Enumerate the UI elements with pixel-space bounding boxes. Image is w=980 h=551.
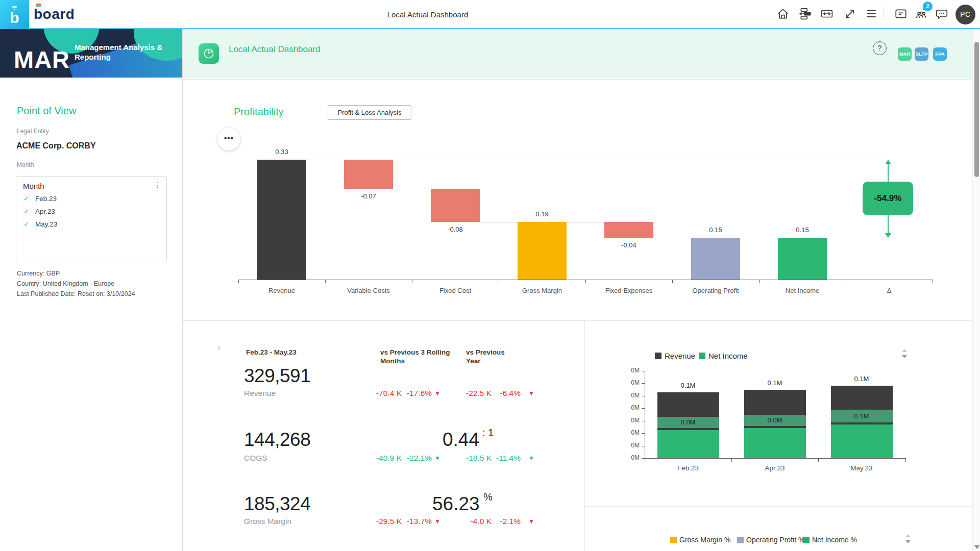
chat-icon[interactable] (935, 7, 949, 21)
module-name: Management Analysis &Reporting (75, 42, 162, 62)
kpi-value: 329,591 (244, 365, 310, 387)
month-item-label: Feb.23 (35, 195, 57, 203)
screen-title: Local Actual Dashboard (229, 44, 321, 55)
fit-width-icon[interactable] (820, 7, 835, 21)
waterfall-axis-tick (412, 280, 412, 283)
waterfall-axis-tick (325, 280, 326, 283)
y-axis-tick-label: 0M (624, 454, 640, 461)
main-content: Profitability Profit & Loss Analysis •••… (183, 78, 972, 551)
waterfall-bar-gross-margin (518, 222, 567, 280)
waterfall-category-label: Fixed Cost (439, 287, 471, 294)
waterfall-axis-tick (238, 280, 239, 283)
capsule-badge-sltp[interactable]: SLTP (915, 47, 928, 61)
month-item[interactable]: ✓Apr.23 (23, 208, 55, 219)
waterfall-category-label: Variable Costs (347, 287, 390, 294)
trend-down-icon: ▼ (434, 518, 440, 525)
waterfall-axis-tick (933, 280, 933, 283)
bar-revenue-label: 0.1M (768, 379, 782, 387)
reference-line-top (306, 160, 886, 160)
delta-value-box: -54.9% (863, 182, 913, 215)
month-selector-menu-icon[interactable]: ⋮ (154, 181, 161, 190)
dashboard-icon (199, 43, 219, 64)
waterfall-axis-tick (672, 280, 673, 283)
waterfall-axis-tick (759, 280, 760, 283)
app-root: b board Local Actual Dashboard 2 (0, 0, 980, 551)
scrollbar[interactable] (972, 29, 980, 551)
spinner-down-icon[interactable] (905, 540, 911, 543)
y-axis-tick-label: 0M (624, 429, 640, 436)
right-panel-divider (584, 506, 972, 507)
trend-down-icon: ▼ (528, 518, 534, 525)
legal-entity-label: Legal Entity (17, 128, 49, 135)
waterfall-connector (306, 160, 344, 160)
chart-legend-swatch (699, 353, 705, 359)
waterfall-value-label: -0.08 (448, 226, 463, 233)
waterfall-value-label: 0.33 (275, 148, 288, 156)
waterfall-value-label: 0.15 (709, 226, 722, 234)
bar-category-label: May.23 (850, 464, 872, 472)
spinner-down-icon[interactable] (902, 355, 907, 358)
logo-letter: b (0, 0, 29, 36)
home-icon[interactable] (776, 7, 791, 21)
more-options-button[interactable]: ••• (217, 128, 240, 151)
bottom-legend-label[interactable]: Net Income % (812, 536, 857, 544)
annotation-icon[interactable] (894, 7, 909, 21)
kpi-label: Gross Margin (244, 517, 291, 526)
capsules-flow-icon[interactable] (799, 7, 813, 21)
bar-revenue (657, 392, 719, 417)
x-axis-tick (905, 458, 906, 462)
capsule-badge-mar[interactable]: MAR (898, 47, 912, 61)
scrollbar-down-arrow[interactable] (974, 545, 979, 549)
bottom-legend-swatch (670, 537, 677, 543)
bar-revenue-label: 0.1M (681, 382, 696, 389)
waterfall-connector (567, 222, 604, 222)
menu-icon[interactable] (865, 7, 879, 21)
bottom-legend-label[interactable]: Operating Profit % (746, 536, 804, 544)
kpi-ratio: 0.44 (443, 429, 479, 450)
collapse-chevron-icon[interactable]: › (217, 343, 220, 352)
kpi-c2-abs: -18.5 K (451, 454, 492, 463)
kpi-label: Revenue (244, 389, 276, 398)
help-icon[interactable]: ? (873, 41, 887, 55)
spinner-up-icon[interactable] (905, 534, 911, 537)
chart-legend-label[interactable]: Net Income (708, 352, 748, 360)
board-logo-tile[interactable]: b (0, 0, 29, 29)
kpi-c2-pct: -6.4% (487, 389, 521, 398)
capsule-badge-fpa[interactable]: FPA (933, 47, 947, 61)
kpi-period: Feb.23 - May.23 (246, 348, 297, 357)
x-axis-tick (818, 458, 819, 462)
y-axis-line (645, 371, 645, 458)
spinner-up-icon[interactable] (902, 349, 907, 352)
board-wordmark: board (34, 6, 75, 22)
legal-entity-value: ACME Corp. CORBY (16, 141, 96, 151)
waterfall-bar-fixed-expenses (604, 222, 653, 238)
month-item[interactable]: ✓May.23 (23, 220, 57, 232)
y-axis-tick-label: 0M (624, 392, 640, 399)
bottom-legend-label[interactable]: Gross Margin % (679, 536, 730, 544)
month-item[interactable]: ✓Feb.23 (23, 195, 57, 206)
profit-loss-analysis-button[interactable]: Profit & Loss Analysis (328, 105, 411, 120)
user-avatar[interactable]: PC (955, 5, 975, 24)
last-published-value: Reset on: 3/10/2024 (78, 290, 135, 297)
waterfall-category-label: Operating Profit (692, 287, 739, 294)
waterfall-axis-tick (499, 280, 499, 283)
trend-down-icon: ▼ (434, 455, 440, 462)
expand-icon[interactable] (843, 7, 857, 21)
chart-legend-label[interactable]: Revenue (665, 352, 695, 360)
delta-arrow-down (885, 233, 891, 238)
scrollbar-thumb[interactable] (974, 42, 979, 177)
profitability-title: Profitability (234, 106, 284, 118)
kpi-c1-abs: -40.9 K (376, 454, 402, 463)
waterfall-bar-revenue (257, 160, 306, 280)
module-banner: MAR Management Analysis &Reporting (0, 29, 182, 78)
bar-category-label: Feb.23 (677, 464, 699, 472)
waterfall-connector (393, 189, 431, 189)
kpi-c2-abs: -4.0 K (451, 517, 492, 526)
kpi-c2-abs: -22.5 K (451, 389, 492, 398)
kpi-ratio-suffix: % (483, 491, 493, 503)
x-axis-tick (645, 458, 645, 462)
notification-badge: 2 (923, 2, 933, 11)
window-title: Local Actual Dashboard (387, 10, 468, 19)
bar-netincome-label: 0.0M (681, 418, 696, 426)
bottom-legend-swatch (737, 537, 744, 543)
